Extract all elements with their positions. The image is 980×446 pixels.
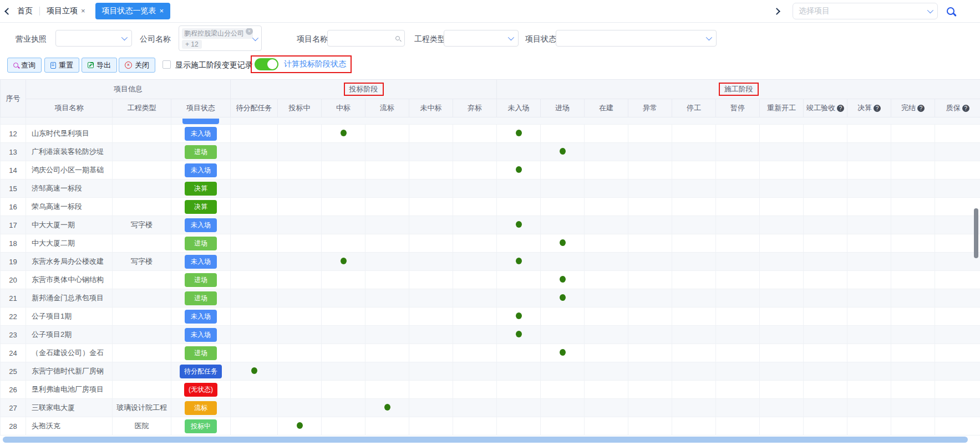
phase-cell-质保 xyxy=(935,143,980,161)
project-status-select[interactable] xyxy=(556,30,717,47)
project-type-cell: 写字楼 xyxy=(113,216,171,234)
company-select[interactable]: 鹏程控股梁山分公司× + 12 xyxy=(179,25,262,51)
table-row[interactable]: 12山东时代垦利项目未入场 xyxy=(1,125,980,143)
project-status-cell: 投标中 xyxy=(171,417,231,435)
table-row[interactable]: 24（金石建设公司）金石进场 xyxy=(1,344,980,362)
col-header-bid-流标: 流标 xyxy=(365,99,409,117)
tab-home[interactable]: 首页 xyxy=(11,3,39,19)
close-button[interactable]: 关闭 xyxy=(119,58,155,73)
phase-cell-停工 xyxy=(672,271,716,289)
table-row[interactable]: 16荣乌高速一标段决算 xyxy=(1,198,980,216)
project-name-input[interactable] xyxy=(327,30,405,47)
phase-cell-质保 xyxy=(935,417,980,435)
export-button[interactable]: 导出 xyxy=(82,58,117,73)
table-row[interactable]: 28头孢沃克医院投标中 xyxy=(1,417,980,435)
phase-cell-流标 xyxy=(365,307,409,326)
col-header-cons-未入场: 未入场 xyxy=(497,99,541,117)
table-row[interactable]: 18中大大厦二期进场 xyxy=(1,234,980,253)
project-select-box[interactable]: 选择项目 xyxy=(793,3,938,19)
table-row[interactable]: 23公子项目2期未入场 xyxy=(1,326,980,344)
group-header-bid-phase: 投标阶段 xyxy=(231,80,497,99)
table-row[interactable]: 15济邹高速一标段决算 xyxy=(1,180,980,198)
tag-close-icon[interactable]: × xyxy=(246,28,253,35)
phase-cell-中标 xyxy=(322,143,365,161)
chevron-right-icon[interactable] xyxy=(773,8,780,15)
calc-bid-phase-toggle[interactable] xyxy=(255,58,278,70)
table-row[interactable]: 14鸿庆公司小区一期基础未入场 xyxy=(1,161,980,180)
phase-cell-重新开工 xyxy=(760,234,804,253)
query-button[interactable]: 查询 xyxy=(7,58,42,73)
tab-project-setup[interactable]: 项目立项× xyxy=(40,3,92,19)
row-index-cell: 22 xyxy=(1,307,26,326)
project-type-cell xyxy=(113,143,171,161)
table-row[interactable]: 13广利港滚装客轮防沙堤进场 xyxy=(1,143,980,161)
table-row[interactable]: 19东营水务局办公楼改建写字楼未入场 xyxy=(1,253,980,271)
project-type-cell xyxy=(113,289,171,307)
phase-cell-流标 xyxy=(365,381,409,399)
phase-cell-待分配任务 xyxy=(231,417,278,435)
phase-cell-异常 xyxy=(628,198,672,216)
table-row[interactable]: 20东营市奥体中心钢结构进场 xyxy=(1,271,980,289)
tab-project-status-overview[interactable]: 项目状态一览表× xyxy=(95,3,171,19)
phase-dot xyxy=(516,221,522,228)
phase-cell-竣工验收 xyxy=(804,161,847,180)
close-icon[interactable]: × xyxy=(81,7,85,15)
help-icon[interactable]: ? xyxy=(874,105,881,112)
phase-cell-暂停 xyxy=(716,307,760,326)
license-select[interactable] xyxy=(55,30,132,47)
phase-cell-中标 xyxy=(322,289,365,307)
vertical-scrollbar[interactable] xyxy=(974,208,978,258)
phase-dot xyxy=(516,166,522,173)
row-index-cell: 17 xyxy=(1,216,26,234)
phase-cell-停工 xyxy=(672,344,716,362)
phase-cell-停工 xyxy=(672,253,716,271)
phase-cell-停工 xyxy=(672,198,716,216)
status-badge: 未入场 xyxy=(185,218,217,232)
status-badge: 进场 xyxy=(185,273,217,287)
show-change-log-checkbox[interactable] xyxy=(163,60,171,69)
search-icon[interactable] xyxy=(947,7,954,15)
phase-cell-在建 xyxy=(585,307,628,326)
table-row[interactable]: 26垦利弗迪电池厂房项目(无状态) xyxy=(1,381,980,399)
close-icon[interactable]: × xyxy=(160,7,164,15)
horizontal-scrollbar[interactable] xyxy=(3,437,968,443)
col-header-index: 序号 xyxy=(1,80,26,117)
table-row[interactable]: 22公子项目1期未入场 xyxy=(1,307,980,326)
phase-cell-未中标 xyxy=(409,344,453,362)
calc-bid-phase-label: 计算投标阶段状态 xyxy=(284,59,346,69)
phase-cell-流标 xyxy=(365,289,409,307)
table-row[interactable]: 27三联家电大厦玻璃设计院工程流标 xyxy=(1,399,980,417)
phase-cell-暂停 xyxy=(716,216,760,234)
phase-cell-竣工验收 xyxy=(804,417,847,435)
phase-cell-进场 xyxy=(541,234,585,253)
phase-cell-待分配任务 xyxy=(231,289,278,307)
phase-cell-竣工验收 xyxy=(804,326,847,344)
phase-cell-决算 xyxy=(847,125,891,143)
help-icon[interactable]: ? xyxy=(917,105,925,112)
phase-cell-未入场 xyxy=(497,143,541,161)
table-row[interactable]: 21新邦涌金门总承包项目进场 xyxy=(1,289,980,307)
row-index-cell: 25 xyxy=(1,362,26,381)
table-row[interactable]: 25东营宁德时代新厂房钢待分配任务 xyxy=(1,362,980,381)
phase-cell-暂停 xyxy=(716,399,760,417)
phase-cell-重新开工 xyxy=(760,399,804,417)
phase-cell-竣工验收 xyxy=(804,180,847,198)
phase-cell-完结 xyxy=(891,253,935,271)
phase-dot xyxy=(341,130,347,136)
phase-cell-未中标 xyxy=(409,271,453,289)
phase-cell-在建 xyxy=(585,234,628,253)
phase-cell-质保 xyxy=(935,180,980,198)
phase-cell-在建 xyxy=(585,362,628,381)
table-row[interactable]: 17中大大厦一期写字楼未入场 xyxy=(1,216,980,234)
help-icon[interactable]: ? xyxy=(837,105,844,112)
phase-cell-完结 xyxy=(891,198,935,216)
help-icon[interactable]: ? xyxy=(962,105,969,112)
col-header-cons-进场: 进场 xyxy=(541,99,585,117)
phase-cell-未入场 xyxy=(497,234,541,253)
company-more-tag: + 12 xyxy=(182,40,202,49)
project-name-cell: （金石建设公司）金石 xyxy=(26,344,113,362)
status-table-wrap: 序号 项目信息 投标阶段 施工阶段 项目名称工程类型项目状态待分配任务投标中中标… xyxy=(0,79,980,435)
phase-cell-中标 xyxy=(322,307,365,326)
reset-button[interactable]: 重置 xyxy=(44,58,79,73)
project-type-select[interactable] xyxy=(444,30,519,47)
